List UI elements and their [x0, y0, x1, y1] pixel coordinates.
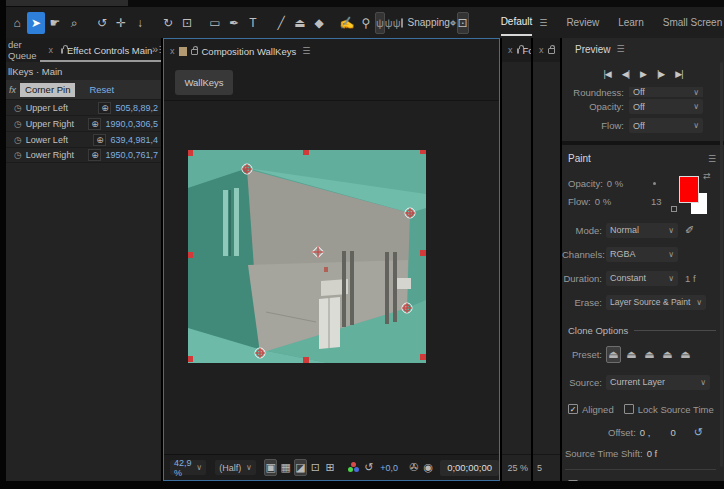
foreground-color-swatch[interactable] — [679, 176, 699, 203]
orbit-camera-tool-icon[interactable]: ↺ — [93, 12, 111, 34]
grid-options-icon[interactable]: ⊡ — [457, 12, 469, 34]
timecode[interactable]: 0;00;00;00 — [440, 460, 499, 476]
preview-tab[interactable]: Preview — [575, 44, 611, 55]
stopwatch-icon[interactable]: ◷ — [14, 119, 22, 129]
workspace-menu-icon[interactable]: ☰ — [539, 18, 547, 28]
reset-exposure-icon[interactable]: ↺ — [363, 459, 376, 476]
snapshot-icon[interactable]: ✇ — [407, 459, 420, 476]
composition-tab[interactable]: Composition WallKeys — [202, 46, 297, 57]
snapping-checkbox[interactable] — [401, 18, 403, 28]
selection-tool-icon[interactable]: ➤ — [27, 12, 45, 34]
source-time-shift-value[interactable]: 0 f — [647, 448, 658, 459]
pan-behind-tool-icon[interactable]: ⊡ — [178, 12, 196, 34]
zoom-tool-icon[interactable]: ⌕ — [65, 12, 83, 34]
roto-brush-tool-icon[interactable]: ✍ — [338, 12, 356, 34]
view-axis-mode-icon[interactable]: ψ — [393, 12, 401, 34]
fast-previews-icon[interactable]: ▣ — [264, 459, 277, 476]
first-frame-button[interactable]: |◀ — [604, 69, 611, 79]
dolly-camera-tool-icon[interactable]: ↓ — [131, 12, 149, 34]
swap-colors-icon[interactable]: ⇄ — [703, 171, 711, 181]
clone-preset-1-icon[interactable]: ⏏ — [606, 346, 621, 363]
lock-source-time-checkbox[interactable] — [624, 404, 634, 414]
stopwatch-icon[interactable]: ◷ — [14, 103, 22, 113]
stopwatch-icon[interactable]: ◷ — [14, 135, 22, 145]
roundness-select[interactable]: Off ∨ — [629, 87, 703, 97]
paint-panel-title[interactable]: Paint — [568, 153, 591, 164]
pan-camera-tool-icon[interactable]: ✛ — [112, 12, 130, 34]
grid-guides-icon[interactable]: ⊞ — [324, 459, 337, 476]
panel-menu-icon[interactable]: ☰ — [158, 45, 161, 55]
aligned-checkbox[interactable]: ✓ — [568, 404, 578, 414]
puppet-pin-tool-icon[interactable]: ⚲ — [357, 12, 375, 34]
channels-select[interactable]: RGBA ∨ — [606, 247, 678, 262]
source-select[interactable]: Current Layer ∨ — [606, 375, 710, 390]
footage-tab[interactable]: Footag — [523, 45, 532, 56]
previous-frame-button[interactable]: ◀| — [622, 69, 629, 79]
render-queue-tab[interactable]: der Queue — [8, 39, 37, 61]
point-picker-icon[interactable]: ⊕ — [88, 149, 101, 161]
home-icon[interactable]: ⌂ — [8, 12, 26, 34]
mode-select[interactable]: Normal ∨ — [606, 223, 678, 238]
duration-select[interactable]: Constant ∨ — [606, 271, 678, 286]
brush-flow-select[interactable]: Off ∨ — [629, 118, 703, 133]
point-picker-icon[interactable]: ⊕ — [98, 102, 111, 114]
next-frame-button[interactable]: |▶ — [657, 69, 664, 79]
duration-frames-value[interactable]: 1 f — [685, 273, 696, 284]
offset-y-value[interactable]: 0 — [670, 427, 675, 438]
effect-controls-tab[interactable]: Effect Controls Main — [67, 45, 152, 56]
exposure-value[interactable]: +0,0 — [380, 463, 398, 473]
eraser-tool-icon[interactable]: ◆ — [310, 12, 328, 34]
channel-select-icon[interactable] — [347, 461, 357, 475]
param-value[interactable]: 1990,0,306,5 — [105, 119, 158, 129]
panel-menu-icon[interactable]: ☰ — [617, 44, 625, 54]
lock-icon[interactable] — [191, 49, 198, 55]
mask-visibility-icon[interactable]: ◪ — [294, 459, 307, 476]
panel-menu-icon[interactable]: ☰ — [708, 154, 716, 164]
workspace-tab-review[interactable]: Review — [566, 11, 599, 35]
reset-offset-icon[interactable]: ↺ — [694, 426, 703, 439]
point-picker-icon[interactable]: ⊕ — [88, 118, 101, 130]
close-icon[interactable]: x — [508, 45, 513, 55]
param-value[interactable]: 1950,0,761,7 — [105, 150, 158, 160]
tab-overflow-icon[interactable]: » — [152, 43, 158, 55]
close-icon[interactable]: x — [539, 45, 544, 55]
param-value[interactable]: 505,8,89,2 — [115, 103, 158, 113]
default-colors-icon[interactable] — [671, 206, 677, 212]
hand-tool-icon[interactable]: ☛ — [46, 12, 64, 34]
comp-breadcrumb-chip[interactable]: WallKeys — [175, 70, 233, 95]
local-axis-mode-icon[interactable]: ψ — [375, 12, 385, 34]
param-value[interactable]: 639,4,981,4 — [110, 135, 158, 145]
offset-x-value[interactable]: 0 , — [640, 427, 651, 438]
eyedropper-icon[interactable]: ✐ — [685, 224, 694, 237]
region-of-interest-icon[interactable]: ⊡ — [309, 459, 322, 476]
workspace-tab-learn[interactable]: Learn — [618, 11, 644, 35]
world-axis-mode-icon[interactable]: ψ — [385, 12, 393, 34]
play-button[interactable]: ▶ — [640, 69, 646, 79]
lock-icon[interactable] — [548, 48, 555, 54]
clone-preset-3-icon[interactable]: ⏏ — [642, 346, 657, 363]
erase-select[interactable]: Layer Source & Paint ∨ — [606, 295, 706, 310]
clone-preset-5-icon[interactable]: ⏏ — [678, 346, 693, 363]
effect-name[interactable]: Corner Pin — [20, 83, 75, 97]
panel-menu-icon[interactable]: ☰ — [302, 46, 310, 56]
clone-preset-2-icon[interactable]: ⏏ — [624, 346, 639, 363]
lock-icon[interactable] — [61, 48, 63, 54]
brush-tool-icon[interactable]: ╱ — [272, 12, 290, 34]
magnification-select[interactable]: 42,9 % ∨ — [170, 460, 206, 475]
rotation-tool-icon[interactable]: ↻ — [159, 12, 177, 34]
text-tool-icon[interactable]: T — [244, 12, 262, 34]
paint-opacity-value[interactable]: 0 % — [607, 178, 623, 189]
show-snapshot-icon[interactable]: ◉ — [422, 459, 435, 476]
paint-flow-value[interactable]: 0 % — [595, 196, 611, 207]
point-picker-icon[interactable]: ⊕ — [93, 134, 106, 146]
stopwatch-icon[interactable]: ◷ — [14, 150, 22, 160]
brush-opacity-select[interactable]: Off ∨ — [629, 99, 703, 114]
workspace-tab-default[interactable]: Default — [501, 10, 533, 36]
transparency-grid-icon[interactable]: ▦ — [279, 459, 292, 476]
clone-preset-4-icon[interactable]: ⏏ — [660, 346, 675, 363]
snap-options-icon[interactable]: ⌖ — [450, 12, 457, 34]
reset-link[interactable]: Reset — [89, 84, 114, 95]
workspace-tab-small-screen[interactable]: Small Screen — [663, 11, 722, 35]
scrollbar[interactable] — [720, 62, 723, 467]
resolution-select[interactable]: (Half) ∨ — [215, 460, 256, 475]
